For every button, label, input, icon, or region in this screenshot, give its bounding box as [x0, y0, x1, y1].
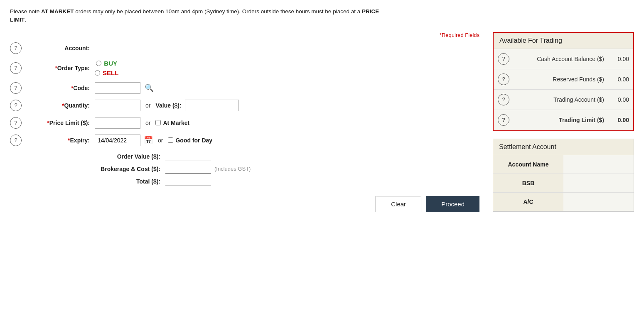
account-label: Account:: [24, 45, 95, 51]
price-controls: or At Market: [95, 117, 189, 129]
trading-row-label-1: Reserved Funds ($): [514, 69, 608, 89]
trading-table-row: ? Trading Account ($) 0.00: [494, 89, 633, 110]
buy-label: BUY: [104, 60, 117, 67]
settlement-table-row: BSB: [493, 174, 634, 192]
good-for-day-checkbox[interactable]: [168, 137, 173, 143]
settlement-row-value-2: [563, 192, 634, 211]
settlement-row-label-1: BSB: [493, 174, 563, 192]
quantity-input[interactable]: [95, 100, 140, 111]
good-for-day-label[interactable]: Good for Day: [168, 137, 212, 144]
available-for-trading-header: Available For Trading: [494, 33, 633, 49]
value-label: Value ($):: [155, 102, 181, 109]
value-input[interactable]: [185, 100, 239, 111]
settlement-table-row: A/C: [493, 192, 634, 211]
trading-row-help-icon-2[interactable]: ?: [494, 89, 514, 110]
expiry-input[interactable]: [95, 135, 140, 146]
at-market-label[interactable]: At Market: [155, 120, 189, 126]
quantity-help-icon[interactable]: ?: [10, 100, 22, 111]
settlement-row-label-0: Account Name: [493, 155, 563, 174]
quantity-label: *Quantity:: [24, 102, 95, 109]
expiry-row: ? *Expiry: 📅 or Good for Day: [10, 135, 479, 146]
trading-row-value-2: 0.00: [608, 89, 633, 110]
order-type-label: *Order Type:: [24, 65, 95, 71]
trading-table: ? Cash Account Balance ($) 0.00 ? Reserv…: [494, 49, 633, 130]
notice-text: Please note AT MARKET orders may only be…: [10, 7, 384, 24]
settlement-account-header: Settlement Account: [493, 139, 634, 155]
price-limit-row: ? *Price Limit ($): or At Market: [10, 117, 479, 129]
trading-table-row: ? Trading Limit ($) 0.00: [494, 110, 633, 130]
settlement-row-label-2: A/C: [493, 192, 563, 211]
total-label: Total ($):: [95, 178, 165, 185]
order-type-help-icon[interactable]: ?: [10, 62, 22, 74]
trading-row-label-2: Trading Account ($): [514, 89, 608, 110]
brokerage-value: [165, 164, 211, 174]
quantity-row: ? *Quantity: or Value ($):: [10, 100, 479, 111]
at-market-checkbox[interactable]: [155, 120, 161, 125]
settlement-row-value-0: [563, 155, 634, 174]
price-limit-label: *Price Limit ($):: [24, 120, 95, 126]
expiry-controls: 📅 or Good for Day: [95, 135, 212, 146]
brokerage-row: Brokerage & Cost ($): (Includes GST): [95, 164, 479, 174]
order-summary: Order Value ($): Brokerage & Cost ($): (…: [95, 152, 479, 186]
trading-row-label-3: Trading Limit ($): [514, 110, 608, 130]
code-label: *Code:: [24, 85, 95, 91]
account-row: ? Account:: [10, 42, 479, 54]
expiry-help-icon[interactable]: ?: [10, 135, 22, 146]
trading-row-help-icon-1[interactable]: ?: [494, 69, 514, 89]
calendar-icon[interactable]: 📅: [144, 136, 153, 145]
quantity-controls: or Value ($):: [95, 100, 239, 111]
code-row: ? *Code: 🔍: [10, 82, 479, 94]
available-for-trading-box: Available For Trading ? Cash Account Bal…: [493, 32, 634, 131]
right-panel: Available For Trading ? Cash Account Bal…: [493, 32, 634, 212]
price-or-text: or: [145, 120, 150, 126]
expiry-label: *Expiry:: [24, 137, 95, 144]
sell-label: SELL: [103, 69, 118, 76]
total-value: [165, 177, 211, 186]
code-search-button[interactable]: 🔍: [144, 83, 155, 93]
settlement-account-box: Settlement Account Account Name BSB A/C: [493, 139, 634, 212]
gst-note: (Includes GST): [214, 166, 251, 172]
trading-row-value-1: 0.00: [608, 69, 633, 89]
trading-row-value-3: 0.00: [608, 110, 633, 130]
code-input[interactable]: [95, 82, 140, 94]
order-type-row: ? *Order Type: BUY SELL: [10, 60, 479, 76]
brokerage-label: Brokerage & Cost ($):: [95, 166, 165, 172]
trading-table-row: ? Reserved Funds ($) 0.00: [494, 69, 633, 89]
required-fields-note: *Required Fields: [10, 32, 479, 38]
price-input[interactable]: [95, 117, 140, 129]
trading-row-label-0: Cash Account Balance ($): [514, 49, 608, 69]
account-help-icon[interactable]: ?: [10, 42, 22, 54]
expiry-or-text: or: [158, 137, 163, 144]
order-value-label: Order Value ($):: [95, 153, 165, 160]
code-controls: 🔍: [95, 82, 155, 94]
settlement-table-row: Account Name: [493, 155, 634, 174]
order-value-row: Order Value ($):: [95, 152, 479, 161]
settlement-table: Account Name BSB A/C: [493, 155, 634, 211]
clear-button[interactable]: Clear: [376, 196, 421, 212]
settlement-row-value-1: [563, 174, 634, 192]
order-type-controls: BUY SELL: [95, 60, 118, 76]
total-row: Total ($):: [95, 177, 479, 186]
order-value-value: [165, 152, 211, 161]
sell-radio[interactable]: [95, 70, 100, 76]
code-help-icon[interactable]: ?: [10, 82, 22, 94]
proceed-button[interactable]: Proceed: [426, 196, 479, 212]
trading-row-help-icon-0[interactable]: ?: [494, 49, 514, 69]
buy-radio[interactable]: [96, 61, 101, 66]
button-row: Clear Proceed: [10, 196, 479, 212]
trading-row-help-icon-3[interactable]: ?: [494, 110, 514, 130]
trading-row-value-0: 0.00: [608, 49, 633, 69]
quantity-or-text: or: [145, 102, 150, 109]
trading-table-row: ? Cash Account Balance ($) 0.00: [494, 49, 633, 69]
price-help-icon[interactable]: ?: [10, 117, 22, 129]
